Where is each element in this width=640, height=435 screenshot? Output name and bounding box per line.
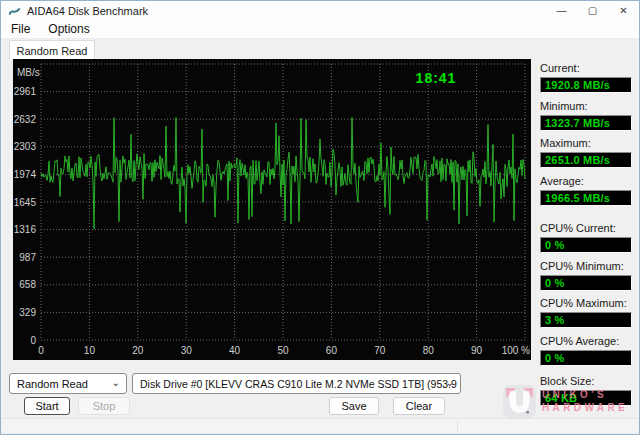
stat-label: CPU% Average: — [540, 335, 636, 348]
svg-text:20: 20 — [132, 345, 144, 356]
svg-text:80: 80 — [423, 345, 435, 356]
chevron-down-icon: ⌄ — [112, 377, 120, 388]
stat-label: Average: — [540, 175, 636, 188]
stat-value: 64 KB — [540, 390, 632, 406]
stat-value: 0 % — [540, 237, 632, 253]
stat-block-size: Block Size: 64 KB — [540, 375, 636, 406]
stat-label: Block Size: — [540, 375, 636, 388]
svg-text:2632: 2632 — [14, 114, 37, 125]
stat-maximum: Maximum: 2651.0 MB/s — [540, 137, 636, 168]
stat-value: 0 % — [540, 350, 632, 366]
svg-text:60: 60 — [326, 345, 338, 356]
chevron-down-icon: ⌄ — [446, 377, 454, 388]
svg-text:1645: 1645 — [14, 197, 37, 208]
aida64-disk-benchmark-window: AIDA64 Disk Benchmark — ▢ ✕ File Options… — [0, 0, 640, 435]
svg-text:987: 987 — [19, 252, 36, 263]
svg-text:1316: 1316 — [14, 224, 37, 235]
stat-value: 1966.5 MB/s — [540, 190, 632, 206]
stat-cpu-maximum: CPU% Maximum: 3 % — [540, 297, 636, 328]
status-bar — [2, 418, 638, 433]
stat-label: Current: — [540, 62, 636, 75]
test-type-value: Random Read — [17, 378, 88, 390]
stat-label: CPU% Minimum: — [540, 260, 636, 273]
aida64-app-icon — [8, 4, 21, 17]
drive-select[interactable]: Disk Drive #0 [KLEVV CRAS C910 Lite M.2 … — [132, 373, 461, 394]
svg-text:40: 40 — [229, 345, 241, 356]
stat-minimum: Minimum: 1323.7 MB/s — [540, 100, 636, 131]
svg-text:50: 50 — [277, 345, 289, 356]
stat-current: Current: 1920.8 MB/s — [540, 62, 636, 93]
svg-text:0: 0 — [38, 345, 44, 356]
svg-text:100 %: 100 % — [502, 345, 530, 356]
svg-text:70: 70 — [374, 345, 386, 356]
stop-button[interactable]: Stop — [78, 397, 130, 415]
stat-label: CPU% Current: — [540, 222, 636, 235]
start-button[interactable]: Start — [24, 397, 70, 415]
svg-text:329: 329 — [19, 307, 36, 318]
status-divider — [457, 421, 458, 431]
stat-cpu-average: CPU% Average: 0 % — [540, 335, 636, 366]
save-button[interactable]: Save — [329, 397, 379, 415]
stat-label: CPU% Maximum: — [540, 297, 636, 310]
svg-text:658: 658 — [19, 279, 36, 290]
stat-value: 1323.7 MB/s — [540, 115, 632, 131]
svg-text:2961: 2961 — [14, 86, 37, 97]
tab-random-read[interactable]: Random Read — [9, 40, 95, 60]
stat-average: Average: 1966.5 MB/s — [540, 175, 636, 206]
svg-text:30: 30 — [181, 345, 193, 356]
stat-value: 2651.0 MB/s — [540, 152, 632, 168]
drive-value: Disk Drive #0 [KLEVV CRAS C910 Lite M.2 … — [140, 378, 461, 390]
stat-cpu-current: CPU% Current: 0 % — [540, 222, 636, 253]
stats-panel: Current: 1920.8 MB/s Minimum: 1323.7 MB/… — [538, 1, 639, 435]
stat-value: 3 % — [540, 312, 632, 328]
menu-options[interactable]: Options — [39, 22, 98, 36]
svg-text:0: 0 — [30, 335, 36, 346]
clear-button[interactable]: Clear — [393, 397, 445, 415]
svg-text:10: 10 — [84, 345, 96, 356]
window-title: AIDA64 Disk Benchmark — [27, 5, 148, 17]
svg-text:90: 90 — [471, 345, 483, 356]
test-type-select[interactable]: Random Read ⌄ — [9, 373, 127, 394]
svg-text:18:41: 18:41 — [416, 70, 457, 86]
stat-label: Maximum: — [540, 137, 636, 150]
benchmark-chart: 0329658987131616451974230326322961MB/s01… — [13, 59, 531, 360]
svg-text:MB/s: MB/s — [17, 67, 40, 78]
svg-text:1974: 1974 — [14, 169, 37, 180]
svg-text:2303: 2303 — [14, 141, 37, 152]
stat-cpu-minimum: CPU% Minimum: 0 % — [540, 260, 636, 291]
stat-value: 1920.8 MB/s — [540, 77, 632, 93]
stat-value: 0 % — [540, 275, 632, 291]
stat-label: Minimum: — [540, 100, 636, 113]
menu-file[interactable]: File — [1, 22, 39, 36]
